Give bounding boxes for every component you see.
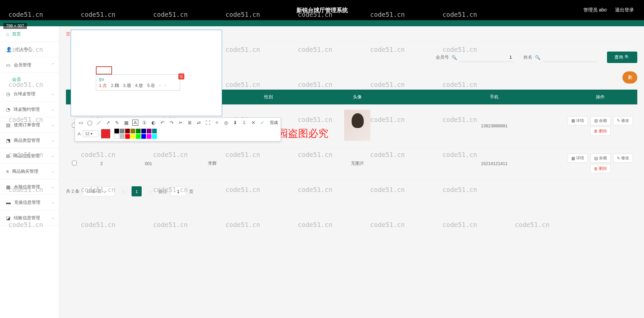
color-swatch[interactable] <box>152 134 157 139</box>
next-page-button[interactable]: › <box>145 186 155 196</box>
search-button[interactable]: 查询 🔍 <box>607 52 637 63</box>
goto-page: 前往 页 <box>158 187 193 196</box>
color-swatch[interactable] <box>136 129 141 133</box>
ime-text-input[interactable] <box>96 66 112 74</box>
ime-candidate[interactable]: 2.顾 <box>111 83 119 89</box>
rect-tool-icon[interactable]: ▭ <box>78 120 84 126</box>
color-swatch[interactable] <box>114 134 119 139</box>
sidebar-item-balance[interactable]: ▦余额信息管理⌄ <box>0 179 59 195</box>
balance-button[interactable]: ▤ 余额 <box>591 116 611 125</box>
undo-icon[interactable]: ↶ <box>159 120 166 126</box>
prev-page-button[interactable]: ‹ <box>118 186 128 196</box>
ime-candidate[interactable]: 1.古 <box>99 83 107 89</box>
color-swatch[interactable] <box>152 129 157 133</box>
color-swatch[interactable] <box>141 134 146 139</box>
font-size-select[interactable]: 12 ▾ <box>83 130 99 137</box>
balance-button[interactable]: ▤ 余额 <box>591 154 611 163</box>
color-swatch[interactable] <box>125 129 130 133</box>
pagination: 共 2 条 10条/页 ⌄ ‹ 1 › 前往 页 <box>66 186 637 196</box>
logout-link[interactable]: 退出登录 <box>615 7 634 13</box>
mosaic-tool-icon[interactable]: ▦ <box>123 120 129 126</box>
sidebar-item-member[interactable]: ▭会员管理⌃ <box>0 57 59 73</box>
chevron-down-icon: ⌄ <box>51 185 54 189</box>
sidebar-item-recharge[interactable]: ▬充值信息管理⌄ <box>0 195 59 210</box>
close-icon[interactable]: ✕ <box>250 120 256 126</box>
confirm-icon[interactable]: ✓ <box>259 120 265 126</box>
sidebar-item-reserve[interactable]: ◔球桌预约管理⌄ <box>0 102 59 117</box>
sidebar-item-profile[interactable]: 👤个人中心 <box>0 42 59 57</box>
member-no-input[interactable] <box>460 53 513 62</box>
pin-icon[interactable]: ✧ <box>214 120 220 126</box>
edit-button[interactable]: ✎ 修改 <box>613 116 633 125</box>
sidebar-sub-member[interactable]: 会员 <box>0 73 59 86</box>
accent-bar <box>0 20 644 26</box>
color-swatch[interactable] <box>141 129 146 133</box>
color-swatch[interactable] <box>131 134 135 139</box>
chevron-down-icon: ⌄ <box>51 154 54 158</box>
doc-icon: ▤ <box>6 122 10 128</box>
ime-candidate[interactable]: 5.谷 <box>147 83 155 89</box>
page-1-button[interactable]: 1 <box>132 186 142 196</box>
detail-button[interactable]: ▦ 详情 <box>568 116 588 125</box>
ime-next-icon[interactable]: › <box>165 83 166 89</box>
app-title: 新锐台球厅管理系统 <box>296 6 348 14</box>
row-delete-button[interactable]: 🗑 删除 <box>590 164 611 173</box>
edit-button[interactable]: ✎ 修改 <box>613 154 633 163</box>
sidebar-item-goods-info[interactable]: ⊞商品信息管理⌄ <box>0 148 59 164</box>
current-color-swatch[interactable] <box>101 129 110 138</box>
sidebar-item-order[interactable]: ▤使用订单管理⌄ <box>0 117 59 133</box>
ime-overlay: S gu 1.古 2.顾 3.股 4.放 5.谷 ‹ › <box>71 30 222 116</box>
tag-icon: ⬔ <box>6 138 10 143</box>
export-icon[interactable]: ⇩ <box>241 120 247 126</box>
number-tool-icon[interactable]: ① <box>141 120 147 126</box>
sidebar-item-category[interactable]: ⬔商品类型管理⌄ <box>0 133 59 148</box>
ime-candidate[interactable]: 3.股 <box>123 83 131 89</box>
text-tool-icon[interactable]: A <box>132 120 138 126</box>
color-swatch[interactable] <box>147 129 151 133</box>
dash-icon: ◷ <box>6 91 10 97</box>
sidebar-item-purchase[interactable]: ≡商品购买管理⌄ <box>0 164 59 179</box>
chevron-down-icon: ⌄ <box>51 107 54 112</box>
chevron-down-icon: ⌄ <box>51 138 54 142</box>
name-input[interactable] <box>543 53 597 62</box>
line-tool-icon[interactable]: ／ <box>96 120 102 126</box>
col-phone: 手机 <box>425 90 563 104</box>
sidebar: ⌂首页 👤个人中心 ▭会员管理⌃ 会员 ◷台球桌管理⌄ ◔球桌预约管理⌄ ▤使用… <box>0 26 59 318</box>
eraser-tool-icon[interactable]: ◐ <box>150 120 156 126</box>
color-swatch[interactable] <box>136 134 141 139</box>
ime-candidates: S gu 1.古 2.顾 3.股 4.放 5.谷 ‹ › <box>96 74 180 91</box>
translate-icon[interactable]: ⇄ <box>196 120 202 126</box>
ellipse-tool-icon[interactable]: ◯ <box>87 120 93 126</box>
fullscreen-icon[interactable]: ⛶ <box>205 120 211 126</box>
ime-prev-icon[interactable]: ‹ <box>159 83 160 89</box>
color-swatch[interactable] <box>114 129 119 133</box>
arrow-tool-icon[interactable]: ↗ <box>105 120 111 126</box>
color-swatch[interactable] <box>120 129 124 133</box>
chevron-down-icon: ⌄ <box>51 123 54 127</box>
detail-button[interactable]: ▦ 详情 <box>568 154 588 163</box>
col-avatar: 头像 <box>290 90 425 104</box>
color-swatch[interactable] <box>131 129 135 133</box>
color-swatch[interactable] <box>120 134 124 139</box>
pen-tool-icon[interactable]: ✎ <box>114 120 120 126</box>
home-icon: ⌂ <box>6 31 9 37</box>
color-swatch[interactable] <box>147 134 151 139</box>
share-icon[interactable]: ◎ <box>223 120 229 126</box>
ime-candidate[interactable]: 4.放 <box>135 83 143 89</box>
done-button[interactable]: 完成 <box>270 120 278 126</box>
delete-button[interactable]: 删 <box>622 71 637 84</box>
cut-icon[interactable]: ✂ <box>178 120 184 126</box>
page-size-select[interactable]: 10条/页 ⌄ <box>83 186 115 196</box>
goto-input[interactable] <box>171 187 186 196</box>
col-ops: 操作 <box>563 90 637 104</box>
redo-icon[interactable]: ↷ <box>169 120 175 126</box>
sidebar-item-table[interactable]: ◷台球桌管理⌄ <box>0 86 59 102</box>
download-icon[interactable]: ⬇ <box>232 120 238 126</box>
ocr-icon[interactable]: 🗎 <box>187 120 193 126</box>
admin-label[interactable]: 管理员 abo <box>583 7 607 13</box>
color-swatch[interactable] <box>125 134 130 139</box>
search-icon: 🔍 <box>535 55 540 60</box>
row-delete-button[interactable]: 🗑 删除 <box>590 127 611 136</box>
sidebar-item-checkout[interactable]: ◪结账信息管理⌄ <box>0 210 59 226</box>
row-checkbox[interactable] <box>72 161 77 165</box>
